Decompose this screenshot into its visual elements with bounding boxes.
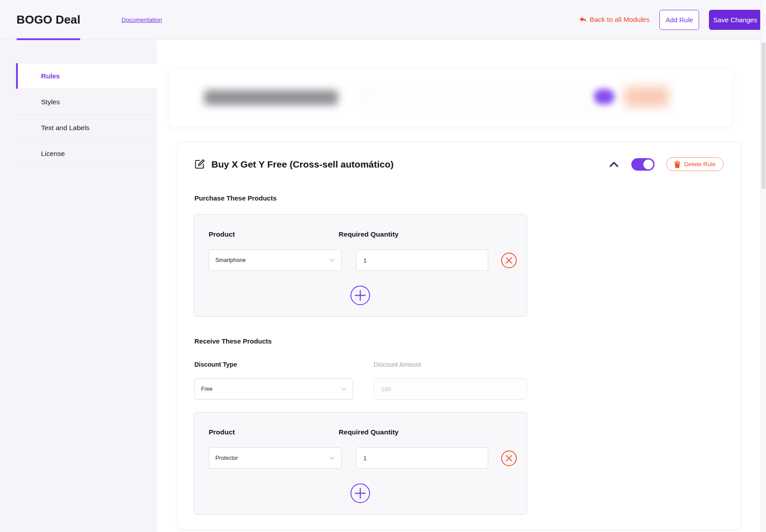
collapse-rule-button[interactable] — [608, 160, 620, 168]
sidebar-item-label: License — [41, 150, 65, 158]
scrollbar-thumb[interactable] — [762, 42, 766, 189]
app-title-tab: BOGO Deal — [16, 0, 80, 40]
purchase-products-panel: Product Required Quantity Smartphone — [194, 214, 527, 317]
sidebar-item-label: Text and Labels — [41, 124, 90, 132]
quantity-column-label: Required Quantity — [339, 230, 399, 238]
sidebar-item-text-and-labels[interactable]: Text and Labels — [16, 115, 157, 141]
selected-discount-type: Free — [201, 386, 213, 392]
discount-amount-label: Discount Amount — [374, 361, 527, 368]
product-column-label: Product — [209, 230, 235, 238]
page: BOGO Deal Documentation Back to all Modu… — [0, 0, 766, 532]
chevron-down-icon — [329, 258, 335, 262]
add-product-button[interactable] — [350, 285, 371, 306]
add-row — [209, 285, 527, 306]
redacted-rule-title — [204, 90, 338, 105]
sidebar: Rules Styles Text and Labels License — [0, 40, 157, 532]
product-column-label: Product — [209, 428, 235, 436]
discount-type-label: Discount Type — [194, 361, 353, 368]
topbar-actions: Back to all Modules Add Rule Save Change… — [579, 10, 762, 30]
topbar: BOGO Deal Documentation Back to all Modu… — [0, 0, 766, 40]
sidebar-item-label: Styles — [41, 98, 60, 106]
redacted-rule-toggle — [594, 89, 614, 104]
panel-labels: Product Required Quantity — [209, 230, 527, 238]
collapsed-rule-card-redacted[interactable] — [169, 69, 732, 127]
circle-x-icon — [501, 450, 517, 467]
back-link-label: Back to all Modules — [590, 16, 650, 24]
redacted-rule-field — [361, 86, 611, 110]
rule-controls: Delete Rule — [608, 157, 724, 171]
back-arrow-icon — [579, 16, 587, 23]
circle-plus-icon — [350, 483, 371, 503]
sidebar-item-rules[interactable]: Rules — [16, 63, 157, 89]
rule-header: Buy X Get Y Free (Cross-sell automático) — [178, 142, 741, 171]
receive-product-select[interactable]: Protector — [209, 447, 342, 469]
rule-title-row: Buy X Get Y Free (Cross-sell automático) — [194, 159, 394, 170]
remove-product-button[interactable] — [501, 252, 517, 269]
sidebar-item-styles[interactable]: Styles — [16, 89, 157, 115]
sidebar-item-license[interactable]: License — [16, 141, 157, 167]
chevron-down-icon — [329, 456, 335, 460]
add-rule-button[interactable]: Add Rule — [659, 10, 699, 30]
remove-product-button[interactable] — [501, 450, 517, 467]
discount-type-select[interactable]: Free — [194, 378, 353, 400]
back-to-modules-link[interactable]: Back to all Modules — [579, 16, 650, 24]
discount-amount-field: Discount Amount — [374, 361, 527, 400]
save-changes-button[interactable]: Save Changes — [709, 10, 762, 30]
chevron-down-icon — [341, 387, 346, 391]
panel-labels: Product Required Quantity — [209, 428, 527, 436]
chevron-up-icon — [609, 161, 619, 168]
purchase-section-heading: Purchase These Products — [194, 194, 741, 202]
delete-rule-label: Delete Rule — [684, 161, 716, 168]
receive-quantity-input[interactable] — [356, 447, 488, 469]
selected-product: Smartphone — [215, 257, 246, 263]
rule-title: Buy X Get Y Free (Cross-sell automático) — [211, 159, 394, 170]
discount-row: Discount Type Free Discount Amount — [194, 361, 741, 400]
trash-icon — [674, 161, 680, 168]
receive-products-panel: Product Required Quantity Protector — [194, 412, 527, 515]
discount-amount-input[interactable] — [374, 378, 527, 400]
rule-enabled-toggle[interactable] — [631, 158, 655, 171]
receive-section-heading: Receive These Products — [194, 337, 741, 345]
main-content: Buy X Get Y Free (Cross-sell automático) — [157, 40, 766, 532]
active-tab-indicator — [16, 38, 80, 40]
delete-rule-button[interactable]: Delete Rule — [666, 157, 724, 171]
receive-product-row: Protector — [209, 447, 527, 469]
circle-x-icon — [501, 252, 517, 269]
edit-pencil-icon[interactable] — [194, 159, 205, 170]
page-scrollbar[interactable] — [760, 0, 766, 532]
documentation-link[interactable]: Documentation — [121, 16, 162, 23]
redacted-delete-button — [624, 86, 669, 107]
add-row — [209, 483, 527, 503]
selected-product: Protector — [215, 455, 238, 461]
sidebar-item-label: Rules — [41, 72, 60, 80]
toggle-knob — [643, 160, 653, 169]
page-title: BOGO Deal — [16, 13, 80, 27]
purchase-product-row: Smartphone — [209, 250, 527, 271]
rule-card: Buy X Get Y Free (Cross-sell automático) — [177, 142, 741, 530]
discount-type-field: Discount Type Free — [194, 361, 353, 400]
sidebar-nav: Rules Styles Text and Labels License — [16, 63, 157, 167]
purchase-quantity-input[interactable] — [356, 250, 488, 271]
circle-plus-icon — [350, 285, 371, 306]
purchase-product-select[interactable]: Smartphone — [209, 250, 342, 271]
add-product-button[interactable] — [350, 483, 371, 503]
quantity-column-label: Required Quantity — [339, 428, 399, 436]
